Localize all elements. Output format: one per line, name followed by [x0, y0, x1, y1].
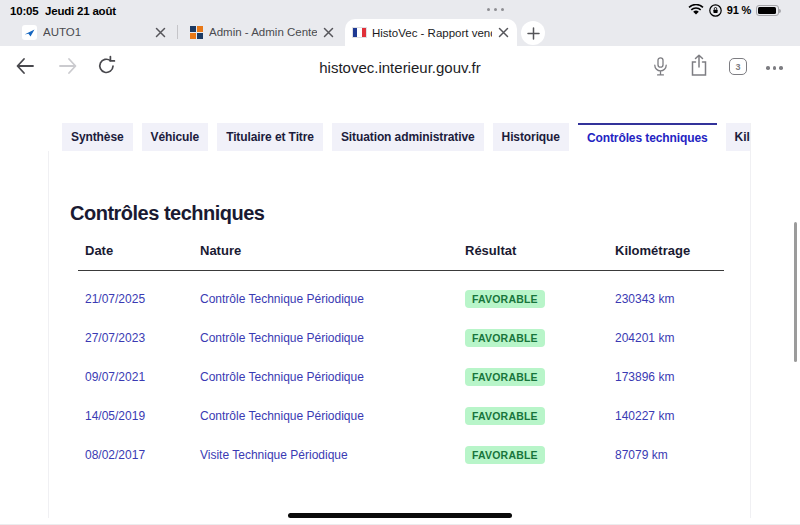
browser-tab-histovec[interactable]: HistoVec - Rapport vend: [345, 19, 517, 46]
content-edge-left: [48, 151, 49, 518]
tab-count: 3: [735, 62, 740, 72]
home-indicator[interactable]: [288, 513, 512, 518]
close-tab-icon[interactable]: [155, 27, 166, 38]
tab-historique[interactable]: Historique: [493, 123, 569, 151]
battery-icon: [756, 5, 779, 16]
col-kilometrage: Kilométrage: [608, 243, 724, 270]
microphone-icon[interactable]: [653, 57, 668, 77]
table-row: 08/02/2017 Visite Technique Périodique F…: [78, 436, 724, 475]
tab-situation[interactable]: Situation administrative: [332, 123, 484, 151]
close-tab-icon[interactable]: [323, 27, 334, 38]
tab-title: HistoVec - Rapport vend: [372, 27, 492, 39]
status-time: 10:05: [10, 5, 38, 17]
multitask-dots-icon[interactable]: [487, 8, 504, 11]
auto1-favicon: [22, 25, 37, 40]
tab-title: AUTO1: [43, 26, 149, 38]
tab-overview-button[interactable]: 3: [729, 58, 747, 75]
tab-title: Admin - Admin Center: [209, 26, 317, 38]
tab-vehicule[interactable]: Véhicule: [142, 123, 209, 151]
tab-kilometrage[interactable]: Kilométrage: [726, 123, 750, 151]
inspections-table: Date Nature Résultat Kilométrage 21/07/2…: [78, 243, 724, 475]
col-resultat: Résultat: [458, 243, 608, 270]
share-icon[interactable]: [690, 54, 708, 77]
status-badge: FAVORABLE: [465, 290, 545, 308]
safari-top-chrome: 10:05 Jeudi 21 août 91 % AUTO1 Admin - A…: [0, 0, 800, 46]
browser-tab-auto1[interactable]: AUTO1: [14, 18, 174, 46]
status-badge: FAVORABLE: [465, 446, 545, 464]
more-options-button[interactable]: [766, 66, 783, 70]
status-right-cluster: 91 %: [688, 3, 779, 17]
table-row: 09/07/2021 Contrôle Technique Périodique…: [78, 357, 724, 396]
col-date: Date: [78, 243, 193, 270]
tab-titulaire[interactable]: Titulaire et Titre: [217, 123, 323, 151]
histovec-page: Synthèse Véhicule Titulaire et Titre Sit…: [0, 88, 800, 525]
orientation-lock-icon: [709, 4, 722, 17]
tab-controles-techniques[interactable]: Contrôles techniques: [578, 123, 717, 151]
page-title: Contrôles techniques: [70, 202, 264, 225]
battery-percent: 91 %: [727, 4, 751, 16]
status-badge: FAVORABLE: [465, 407, 545, 425]
france-flag-favicon: [353, 28, 366, 37]
table-header: Date Nature Résultat Kilométrage: [78, 243, 724, 270]
browser-navbar: histovec.interieur.gouv.fr 3: [0, 46, 800, 88]
scrollbar-thumb[interactable]: [794, 222, 797, 362]
table-row: 14/05/2019 Contrôle Technique Périodique…: [78, 397, 724, 436]
table-row: 21/07/2025 Contrôle Technique Périodique…: [78, 279, 724, 318]
plus-icon: [527, 27, 540, 40]
tab-synthese[interactable]: Synthèse: [62, 123, 133, 151]
table-row: 27/07/2023 Contrôle Technique Périodique…: [78, 318, 724, 357]
content-edge-right: [750, 123, 751, 518]
new-tab-button[interactable]: [521, 21, 545, 45]
admin-favicon: [190, 26, 203, 39]
status-date: Jeudi 21 août: [45, 5, 116, 17]
wifi-icon: [688, 4, 704, 16]
browser-tab-admin[interactable]: Admin - Admin Center: [182, 18, 342, 46]
close-tab-icon[interactable]: [498, 27, 509, 38]
status-badge: FAVORABLE: [465, 368, 545, 386]
status-badge: FAVORABLE: [465, 329, 545, 347]
header-divider: [78, 270, 724, 271]
col-nature: Nature: [193, 243, 458, 270]
tab-separator: [177, 25, 178, 39]
address-bar[interactable]: histovec.interieur.gouv.fr: [0, 59, 800, 76]
report-tabs: Synthèse Véhicule Titulaire et Titre Sit…: [62, 123, 750, 152]
